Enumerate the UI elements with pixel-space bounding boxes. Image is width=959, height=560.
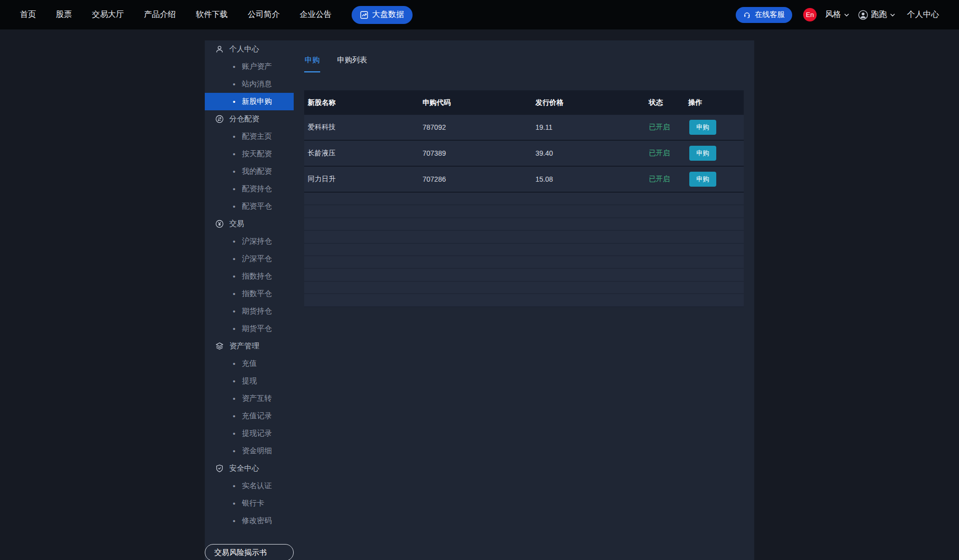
sidebar-item-messages[interactable]: • 站内消息 [205, 75, 294, 93]
item-label: 沪深平仓 [242, 254, 272, 264]
nav-item-stocks[interactable]: 股票 [56, 9, 72, 20]
language-badge[interactable]: En [803, 8, 817, 21]
sidebar-item-withdraw[interactable]: • 提现 [205, 372, 294, 390]
sidebar-item-fund-details[interactable]: • 资金明细 [205, 442, 294, 460]
nav-item-products[interactable]: 产品介绍 [144, 9, 176, 20]
sidebar-item-daily-funding[interactable]: • 按天配资 [205, 145, 294, 163]
item-label: 账户资产 [242, 62, 272, 71]
sidebar-section-asset-management[interactable]: 资产管理 [205, 337, 294, 355]
username-label: 跑跑 [871, 9, 887, 20]
bullet-icon: • [233, 430, 235, 437]
market-data-label: 大盘数据 [372, 9, 404, 20]
sidebar-item-change-password[interactable]: • 修改密码 [205, 512, 294, 530]
nav-item-trading-hall[interactable]: 交易大厅 [92, 9, 124, 20]
empty-table-row [304, 256, 744, 269]
table-row: 长龄液压 707389 39.40 已开启 申购 [304, 141, 744, 167]
layers-icon [215, 342, 224, 350]
online-service-button[interactable]: 在线客服 [736, 7, 792, 23]
sidebar-section-security-center[interactable]: 安全中心 [205, 460, 294, 477]
sidebar-item-account-assets[interactable]: • 账户资产 [205, 58, 294, 75]
item-label: 期货持仓 [242, 306, 272, 316]
sidebar-item-deposit-records[interactable]: • 充值记录 [205, 407, 294, 425]
sidebar-item-funding-positions[interactable]: • 配资持仓 [205, 180, 294, 198]
issue-price: 15.08 [535, 175, 649, 183]
sidebar-item-funding-home[interactable]: • 配资主页 [205, 128, 294, 145]
bullet-icon: • [233, 98, 235, 105]
sidebar-section-funding[interactable]: 分仓配资 [205, 110, 294, 128]
style-label: 风格 [825, 9, 841, 20]
sidebar-section-personal-center[interactable]: 个人中心 [205, 40, 294, 58]
issue-price: 39.40 [535, 149, 649, 157]
user-area: 在线客服 En 风格 跑跑 个人中心 [736, 7, 939, 23]
subscribe-button[interactable]: 申购 [689, 146, 716, 161]
yen-circle-icon [215, 220, 224, 228]
tab-subscribe[interactable]: 申购 [304, 55, 320, 72]
risk-disclosure-button[interactable]: 交易风险揭示书 [205, 544, 294, 560]
empty-table-row [304, 231, 744, 243]
bullet-icon: • [233, 290, 235, 297]
user-menu[interactable]: 跑跑 [858, 9, 895, 20]
style-dropdown[interactable]: 风格 [825, 9, 849, 20]
headset-icon [743, 11, 751, 18]
subscribe-button[interactable]: 申购 [689, 120, 716, 135]
nav-item-announcements[interactable]: 企业公告 [300, 9, 332, 20]
main-content: 申购 申购列表 新股名称 申购代码 发行价格 状态 操作 爱科科技 787092… [304, 40, 744, 307]
bullet-icon: • [233, 307, 235, 315]
bullet-icon: • [233, 377, 235, 385]
top-navigation: 首页 股票 交易大厅 产品介绍 软件下载 公司简介 企业公告 大盘数据 [0, 0, 959, 29]
nav-item-home[interactable]: 首页 [20, 9, 36, 20]
header-issue-price: 发行价格 [535, 98, 649, 107]
table-row: 爱科科技 787092 19.11 已开启 申购 [304, 115, 744, 141]
bullet-icon: • [233, 238, 235, 245]
bullet-icon: • [233, 133, 235, 140]
sidebar: 个人中心 • 账户资产 • 站内消息 • 新股申购 分仓配资 • [205, 40, 294, 530]
tab-subscription-list[interactable]: 申购列表 [337, 55, 368, 72]
sidebar-item-withdraw-records[interactable]: • 提现记录 [205, 425, 294, 442]
sidebar-item-hs-positions[interactable]: • 沪深持仓 [205, 233, 294, 250]
sidebar-item-futures-closed[interactable]: • 期货平仓 [205, 320, 294, 337]
sidebar-item-my-funding[interactable]: • 我的配资 [205, 163, 294, 180]
item-label: 站内消息 [242, 79, 272, 89]
chevron-down-icon [844, 13, 849, 16]
sidebar-section-trading[interactable]: 交易 [205, 215, 294, 233]
user-icon [215, 45, 224, 53]
header-action: 操作 [688, 98, 744, 107]
empty-table-row [304, 281, 744, 294]
sidebar-item-funding-closed[interactable]: • 配资平仓 [205, 198, 294, 215]
subscription-code: 787092 [423, 123, 535, 131]
sidebar-item-ipo-subscription[interactable]: • 新股申购 [205, 93, 294, 110]
section-label: 资产管理 [229, 341, 259, 351]
empty-table-row [304, 193, 744, 205]
tab-bar: 申购 申购列表 [304, 55, 744, 72]
sidebar-item-bank-card[interactable]: • 银行卡 [205, 495, 294, 512]
sidebar-item-real-name-auth[interactable]: • 实名认证 [205, 477, 294, 495]
sidebar-item-deposit[interactable]: • 充值 [205, 355, 294, 372]
shield-check-icon [215, 464, 224, 473]
table-header-row: 新股名称 申购代码 发行价格 状态 操作 [304, 90, 744, 115]
bullet-icon: • [233, 482, 235, 490]
sidebar-item-index-closed[interactable]: • 指数平仓 [205, 285, 294, 302]
bullet-icon: • [233, 517, 235, 525]
bullet-icon: • [233, 203, 235, 210]
item-label: 我的配资 [242, 167, 272, 176]
content-panel: 个人中心 • 账户资产 • 站内消息 • 新股申购 分仓配资 • [205, 40, 754, 560]
item-label: 配资主页 [242, 132, 272, 141]
empty-table-row [304, 205, 744, 218]
sidebar-item-hs-closed[interactable]: • 沪深平仓 [205, 250, 294, 268]
sidebar-item-futures-positions[interactable]: • 期货持仓 [205, 302, 294, 320]
sidebar-item-index-positions[interactable]: • 指数持仓 [205, 268, 294, 285]
section-label: 个人中心 [229, 44, 259, 54]
market-data-button[interactable]: 大盘数据 [352, 6, 413, 24]
nav-personal-center[interactable]: 个人中心 [907, 9, 939, 20]
stock-name: 长龄液压 [304, 149, 423, 158]
chevron-down-icon [890, 13, 895, 16]
header-subscription-code: 申购代码 [423, 98, 535, 107]
trend-chart-icon [360, 11, 368, 19]
bullet-icon: • [233, 395, 235, 402]
nav-item-download[interactable]: 软件下载 [196, 9, 228, 20]
subscribe-button[interactable]: 申购 [689, 172, 716, 187]
empty-table-row [304, 218, 744, 231]
nav-item-company-profile[interactable]: 公司简介 [248, 9, 280, 20]
item-label: 资产互转 [242, 394, 272, 403]
sidebar-item-asset-transfer[interactable]: • 资产互转 [205, 390, 294, 407]
